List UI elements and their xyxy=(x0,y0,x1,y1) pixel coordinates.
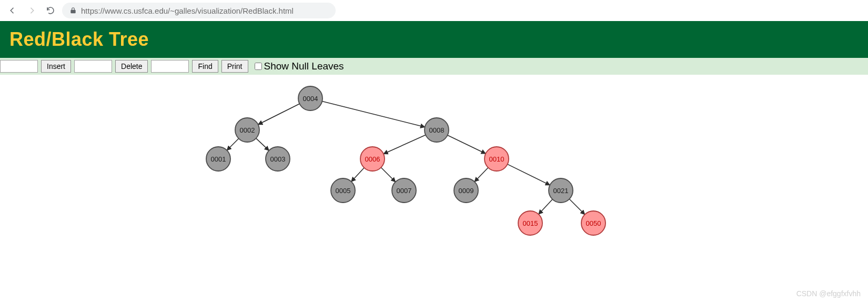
insert-button[interactable]: Insert xyxy=(41,60,71,73)
tree-edge xyxy=(381,167,395,182)
forward-button[interactable] xyxy=(24,3,39,18)
arrow-left-icon xyxy=(8,6,17,15)
tree-node-label: 0010 xyxy=(489,155,504,163)
find-button[interactable]: Find xyxy=(192,60,218,73)
tree-node-label: 0004 xyxy=(303,95,318,103)
tree-node-label: 0007 xyxy=(397,187,412,195)
tree-edge xyxy=(383,135,426,154)
tree-edge xyxy=(256,138,269,150)
delete-input[interactable] xyxy=(74,60,112,73)
address-bar[interactable]: https://www.cs.usfca.edu/~galles/visuali… xyxy=(62,3,336,18)
url-text: https://www.cs.usfca.edu/~galles/visuali… xyxy=(81,6,294,15)
back-button[interactable] xyxy=(5,3,20,18)
tree-edge xyxy=(475,168,488,182)
tree-node-label: 0001 xyxy=(211,155,226,163)
tree-node-label: 0009 xyxy=(459,187,474,195)
delete-button[interactable]: Delete xyxy=(115,60,148,73)
arrow-right-icon xyxy=(27,6,36,15)
tree-node[interactable]: 0008 xyxy=(425,118,449,142)
tree-node-label: 0050 xyxy=(586,219,601,227)
tree-node[interactable]: 0021 xyxy=(549,178,573,203)
tree-node-label: 0006 xyxy=(365,155,380,163)
find-input[interactable] xyxy=(151,60,189,73)
tree-node[interactable]: 0015 xyxy=(518,211,542,235)
show-null-leaves-text: Show Null Leaves xyxy=(264,61,344,72)
tree-node-label: 0002 xyxy=(240,126,255,134)
tree-node-label: 0015 xyxy=(523,219,538,227)
lock-icon xyxy=(69,7,77,14)
tree-node[interactable]: 0005 xyxy=(331,178,355,203)
tree-node[interactable]: 0006 xyxy=(360,147,385,171)
tree-node-label: 0008 xyxy=(429,126,445,134)
tree-node[interactable]: 0004 xyxy=(298,86,322,110)
tree-edge xyxy=(508,164,550,185)
tree-node[interactable]: 0002 xyxy=(235,118,259,142)
page-header: Red/Black Tree xyxy=(0,21,868,58)
print-button[interactable]: Print xyxy=(221,60,248,73)
tree-edge xyxy=(351,168,365,182)
show-null-leaves-checkbox[interactable] xyxy=(255,63,262,70)
tree-node[interactable]: 0007 xyxy=(392,178,416,203)
show-null-leaves-label[interactable]: Show Null Leaves xyxy=(255,61,344,72)
tree-node[interactable]: 0001 xyxy=(206,147,230,171)
page-title: Red/Black Tree xyxy=(9,28,859,51)
tree-node-label: 0021 xyxy=(553,187,569,195)
tree-svg: 0004000200080001000300060010000500070009… xyxy=(0,75,868,296)
reload-button[interactable] xyxy=(43,3,58,18)
browser-chrome: https://www.cs.usfca.edu/~galles/visuali… xyxy=(0,0,868,21)
tree-edge xyxy=(258,104,300,124)
tree-canvas: 0004000200080001000300060010000500070009… xyxy=(0,75,868,296)
tree-node[interactable]: 0003 xyxy=(266,147,290,171)
tree-edge xyxy=(227,138,238,150)
tree-edge xyxy=(539,199,553,214)
tree-nodes: 0004000200080001000300060010000500070009… xyxy=(206,86,605,235)
tree-edge xyxy=(322,102,425,127)
tree-edge xyxy=(448,135,486,154)
tree-node[interactable]: 0010 xyxy=(485,147,509,171)
tree-node[interactable]: 0050 xyxy=(581,211,605,235)
insert-input[interactable] xyxy=(0,60,38,73)
tree-edge xyxy=(569,199,584,214)
tree-node-label: 0003 xyxy=(270,155,286,163)
reload-icon xyxy=(46,6,55,15)
tree-node[interactable]: 0009 xyxy=(454,178,478,203)
controls-toolbar: Insert Delete Find Print Show Null Leave… xyxy=(0,58,868,75)
tree-node-label: 0005 xyxy=(336,187,351,195)
